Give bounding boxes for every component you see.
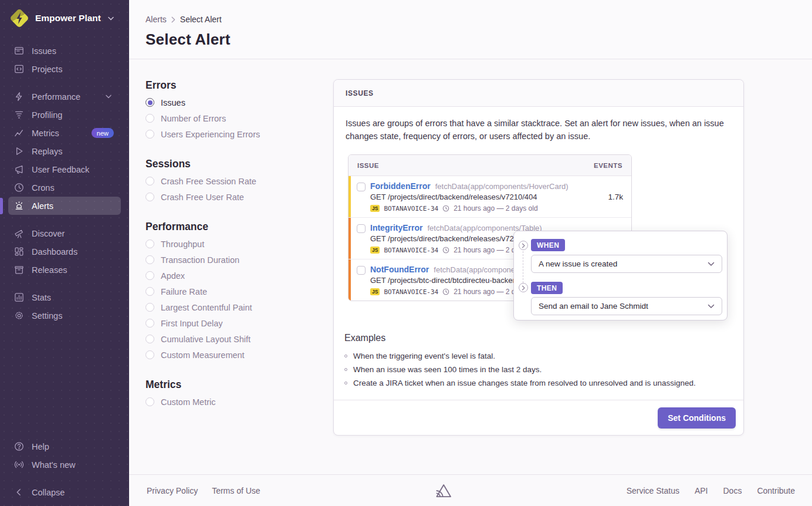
alert-option-custom-measurement[interactable]: Custom Measurement [146,347,322,363]
example-item: When an issue was seen 100 times in the … [353,363,542,376]
chevron-down-icon [108,16,114,21]
issue-short-id: BOTANAVOICE-34 [384,247,438,254]
alert-option-throughput[interactable]: Throughput [146,236,322,252]
issue-link[interactable]: NotFoundError [370,265,429,274]
example-item: Create a JIRA ticket when an issue chang… [353,376,696,390]
docs-link[interactable]: Docs [723,486,742,495]
breadcrumb-alerts[interactable]: Alerts [146,15,167,24]
chevron-circle-icon [519,241,528,250]
panel-footer: Set Conditions [334,400,743,435]
metrics-icon [14,128,24,138]
alert-option-failure-rate[interactable]: Failure Rate [146,284,322,299]
issues-icon [14,46,24,56]
issue-link[interactable]: IntegrityError [370,223,422,232]
radio [146,114,154,123]
group-title-sessions: Sessions [146,158,322,170]
help-icon [14,441,24,451]
alert-option-crash-free-user-rate[interactable]: Crash Free User Rate [146,189,322,205]
sidebar-item-discover[interactable]: Discover [0,224,129,242]
when-select-value: A new issue is created [539,259,617,268]
alert-option-apdex[interactable]: Apdex [146,268,322,284]
chevron-right-icon [171,16,175,23]
org-switcher[interactable]: Empower Plant [0,0,129,36]
replays-icon [14,146,24,156]
alert-option-cumulative-layout-shift[interactable]: Cumulative Layout Shift [146,331,322,347]
alert-option-transaction-duration[interactable]: Transaction Duration [146,252,322,268]
alert-option-number-of-errors[interactable]: Number of Errors [146,110,322,126]
chevron-down-icon [106,95,111,99]
sidebar-item-performance[interactable]: Performance [0,87,129,106]
platform-js-badge: JS [370,247,380,254]
issue-culprit: fetchData(app/components/HoverCard) [435,182,569,191]
example-item: When the triggering event's level is fat… [353,349,495,363]
service-status-link[interactable]: Service Status [627,486,679,495]
sidebar-item-whats-new[interactable]: What's new [0,456,129,474]
sidebar-item-help[interactable]: Help [0,437,129,456]
page-header: Alerts Select Alert Select Alert [129,0,812,59]
issue-checkbox[interactable] [357,224,366,233]
sidebar-item-issues[interactable]: Issues [0,42,129,60]
terms-of-use-link[interactable]: Terms of Use [212,486,260,495]
chevron-down-icon [708,262,715,267]
sentry-logo-icon [260,483,627,498]
when-badge: WHEN [531,239,565,251]
then-select[interactable]: Send an email to Jane Schmidt [531,297,722,315]
alert-option-issues[interactable]: Issues [146,95,322,110]
when-select[interactable]: A new issue is created [531,255,722,273]
api-link[interactable]: API [695,486,708,495]
radio [146,130,154,139]
sidebar-item-crons[interactable]: Crons [0,178,129,197]
clock-icon [442,247,449,254]
set-conditions-button[interactable]: Set Conditions [658,407,736,429]
issue-checkbox[interactable] [357,266,366,275]
level-indicator [349,176,351,217]
column-header-events: EVENTS [594,162,622,169]
alert-option-custom-metric[interactable]: Custom Metric [146,394,322,410]
radio-selected [146,98,154,107]
level-indicator [349,259,351,301]
org-logo-icon [9,8,29,28]
breadcrumb: Alerts Select Alert [146,15,222,24]
alert-preview-popup: WHEN A new issue is created THEN Send an… [513,231,728,321]
alert-option-crash-free-session-rate[interactable]: Crash Free Session Rate [146,173,322,189]
sidebar-item-metrics[interactable]: Metrics new [0,124,129,142]
group-title-errors: Errors [146,79,322,91]
sidebar: Empower Plant Issues Performance Project… [0,0,129,506]
sidebar-item-releases[interactable]: Releases [0,261,129,279]
sidebar-item-user-feedback[interactable]: User Feedback [0,160,129,178]
radio [146,319,154,328]
discover-icon [14,228,24,238]
issue-link[interactable]: ForbiddenError [370,181,431,191]
radio [146,255,154,264]
alert-option-largest-contentful-paint[interactable]: Largest Contentful Paint [146,299,322,315]
examples-section: Examples When the triggering event's lev… [344,333,732,390]
alert-option-first-input-delay[interactable]: First Input Delay [146,315,322,331]
sidebar-item-settings[interactable]: Settings [0,306,129,325]
sidebar-item-replays[interactable]: Replays [0,142,129,160]
sidebar-item-stats[interactable]: Stats [0,288,129,306]
user-feedback-icon [14,164,24,174]
issue-checkbox[interactable] [357,183,366,191]
issue-events-count: 1.7k [608,193,623,201]
radio [146,193,154,201]
contribute-link[interactable]: Contribute [757,486,795,495]
sidebar-item-dashboards[interactable]: Dashboards [0,242,129,261]
sidebar-item-alerts[interactable]: Alerts [8,197,121,215]
sidebar-item-projects[interactable]: Performance Projects [0,60,129,78]
clock-icon [442,288,449,295]
level-indicator [349,218,351,259]
issue-age: 21 hours ago — 2 days old [454,204,537,212]
active-nav-indicator [0,198,3,214]
group-title-performance: Performance [146,221,322,232]
issue-short-id: BOTANAVOICE-34 [384,288,438,296]
sidebar-collapse-button[interactable]: Collapse [0,483,129,501]
radio [146,397,154,406]
stats-icon [14,292,24,302]
then-select-value: Send an email to Jane Schmidt [539,302,648,311]
gear-icon [14,311,24,321]
issue-culprit: fetchData(app/component [434,265,522,274]
privacy-policy-link[interactable]: Privacy Policy [147,486,198,495]
sidebar-item-profiling[interactable]: Profiling [0,106,129,124]
alert-option-users-experiencing-errors[interactable]: Users Experiencing Errors [146,126,322,142]
performance-icon [14,92,24,102]
